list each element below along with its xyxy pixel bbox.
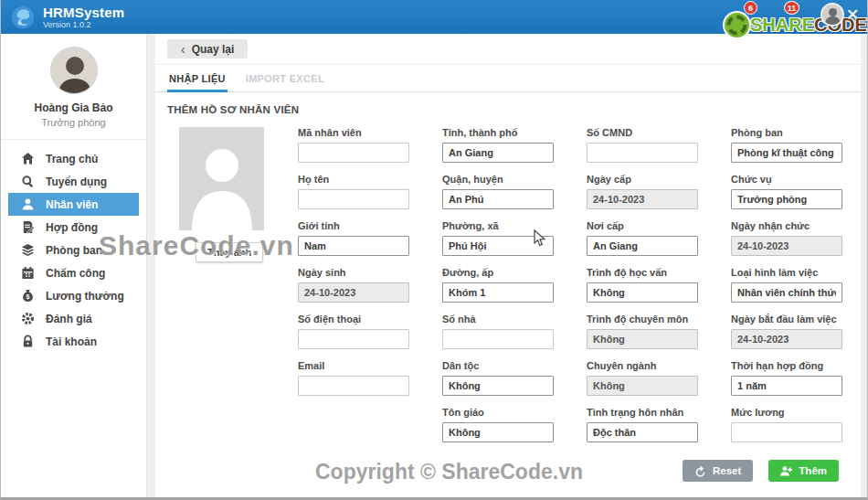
app-logo-icon	[10, 5, 36, 30]
field-group-position: Chức vụ	[731, 174, 842, 209]
user-role: Trưởng phòng	[1, 117, 146, 128]
person-add-icon	[780, 465, 792, 477]
email-field[interactable]	[298, 376, 409, 396]
back-button[interactable]: ‹ Quay lại	[167, 39, 248, 59]
employee-code-field[interactable]	[298, 143, 409, 163]
contract-icon	[21, 220, 35, 234]
photo-column: Thay ảnh	[179, 127, 264, 453]
add-button[interactable]: Thêm	[768, 460, 839, 482]
field-group-ethnicity: Dân tộc	[442, 360, 554, 396]
position-field[interactable]	[731, 189, 842, 209]
marital-status-label: Tình trạng hôn nhân	[587, 407, 698, 418]
svg-text:$: $	[26, 293, 30, 301]
field-group-id-number: Số CMND	[587, 127, 698, 163]
ward-label: Phường, xã	[442, 220, 554, 231]
user-icon	[21, 197, 35, 211]
field-group-id-issue-place: Nơi cấp	[587, 220, 698, 256]
tab-input[interactable]: NHẬP LIỆU	[167, 65, 228, 92]
start-date-field	[731, 329, 842, 349]
change-photo-button[interactable]: Thay ảnh	[196, 242, 263, 262]
search-icon	[21, 175, 35, 188]
ethnicity-label: Dân tộc	[442, 360, 554, 371]
birth-date-field	[298, 282, 409, 303]
field-group-start-date: Ngày bắt đầu làm việc	[731, 314, 842, 349]
refresh-icon	[694, 465, 706, 477]
sidebar-item-accounts[interactable]: Tài khoản	[8, 330, 139, 353]
form-column: Mã nhân viênHọ tênGiới tínhNgày sinhSố đ…	[298, 127, 409, 453]
district-label: Quận, huyện	[442, 174, 554, 185]
sidebar-item-attendance[interactable]: Chấm công	[8, 261, 139, 284]
house-number-field[interactable]	[442, 329, 554, 349]
ethnicity-field[interactable]	[442, 376, 554, 396]
gender-label: Giới tính	[298, 220, 409, 231]
field-group-education-level: Trình độ học vấn	[587, 267, 698, 303]
field-group-full-name: Họ tên	[298, 174, 409, 209]
employee-code-label: Mã nhân viên	[298, 127, 409, 138]
field-group-work-type: Loại hình làm việc	[731, 267, 842, 303]
id-issue-date-field	[587, 189, 698, 209]
phone-field[interactable]	[298, 329, 409, 349]
app-title-block: HRMSystem Version 1.0.2	[43, 5, 124, 29]
work-type-field[interactable]	[731, 282, 842, 303]
gear-icon	[21, 312, 35, 325]
sidebar-item-label: Lương thưởng	[46, 290, 124, 303]
sidebar-item-contracts[interactable]: Hợp đồng	[8, 216, 139, 239]
sidebar-item-label: Hợp đồng	[46, 221, 98, 234]
sidebar-item-label: Tài khoản	[46, 335, 97, 348]
professional-level-label: Trình độ chuyên môn	[587, 314, 698, 324]
full-name-field[interactable]	[298, 189, 409, 209]
tab-import-excel[interactable]: IMPORT EXCEL	[244, 65, 326, 92]
sidebar-item-recruitment[interactable]: Tuyển dụng	[8, 170, 139, 193]
contract-term-field[interactable]	[731, 376, 842, 396]
gender-field[interactable]	[298, 236, 409, 256]
position-label: Chức vụ	[731, 174, 842, 185]
home-icon	[21, 152, 35, 165]
sidebar-item-departments[interactable]: Phòng ban	[8, 239, 139, 261]
work-type-label: Loại hình làm việc	[731, 267, 842, 278]
sidebar-item-label: Chấm công	[46, 267, 105, 280]
add-button-label: Thêm	[799, 465, 827, 476]
field-group-department: Phòng ban	[731, 127, 842, 163]
sidebar-item-evaluation[interactable]: Đánh giá	[8, 307, 139, 330]
street-field[interactable]	[442, 282, 554, 303]
department-field[interactable]	[731, 143, 842, 163]
sidebar-item-payroll[interactable]: $Lương thưởng	[8, 284, 139, 307]
full-name-label: Họ tên	[298, 174, 409, 185]
marital-status-field[interactable]	[587, 422, 698, 442]
ward-field[interactable]	[442, 236, 554, 256]
back-button-label: Quay lại	[192, 43, 235, 56]
sidebar-item-home[interactable]: Trang chủ	[8, 147, 139, 170]
field-group-gender: Giới tính	[298, 220, 409, 256]
calendar-icon	[21, 266, 35, 280]
field-group-employee-code: Mã nhân viên	[298, 127, 409, 163]
chevron-left-icon: ‹	[181, 42, 185, 57]
employee-form: Thay ảnh Mã nhân viênHọ tênGiới tínhNgày…	[179, 127, 861, 453]
user-avatar	[50, 47, 98, 94]
section-title: THÊM HỒ SƠ NHÂN VIÊN	[155, 92, 861, 115]
app-header: HRMSystem Version 1.0.2	[1, 0, 867, 34]
email-label: Email	[298, 360, 409, 371]
id-issue-date-label: Ngày cấp	[587, 174, 698, 185]
contract-term-label: Thời hạn hợp đồng	[731, 360, 842, 371]
sidebar-item-employees[interactable]: Nhân viên	[8, 193, 139, 216]
street-label: Đường, ấp	[442, 267, 554, 278]
id-issue-place-label: Nơi cấp	[587, 220, 698, 231]
district-field[interactable]	[442, 189, 554, 209]
appointment-date-label: Ngày nhận chức	[731, 220, 842, 231]
province-field[interactable]	[442, 143, 554, 163]
salary-field[interactable]	[731, 422, 842, 442]
money-icon: $	[21, 289, 35, 303]
reset-button[interactable]: Reset	[683, 460, 753, 482]
user-profile: Hoàng Gia Bảo Trưởng phòng	[1, 34, 146, 128]
field-group-marital-status: Tình trạng hôn nhân	[587, 407, 698, 442]
sidebar-item-label: Trang chủ	[46, 153, 98, 165]
id-number-label: Số CMND	[587, 127, 698, 138]
lock-icon	[21, 335, 35, 348]
sidebar-menu: Trang chủTuyển dụngNhân viênHợp đồngPhòn…	[1, 147, 146, 353]
app-title: HRMSystem	[43, 5, 124, 19]
id-number-field[interactable]	[587, 143, 698, 163]
app-version: Version 1.0.2	[43, 20, 124, 29]
religion-field[interactable]	[442, 422, 554, 442]
id-issue-place-field[interactable]	[587, 236, 698, 256]
education-level-field[interactable]	[587, 282, 698, 303]
